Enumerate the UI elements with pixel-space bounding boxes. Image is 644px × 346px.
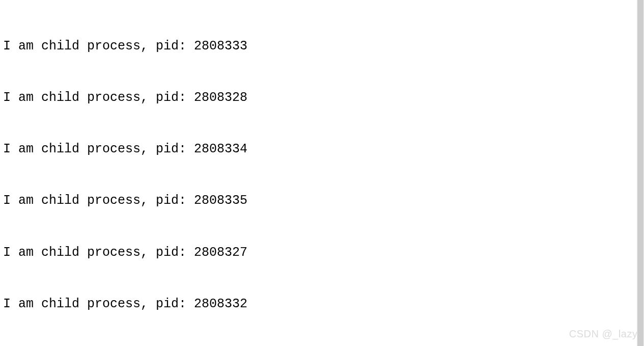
terminal-line: I am child process, pid: 2808332 <box>3 296 641 313</box>
terminal-line: I am child process, pid: 2808328 <box>3 89 641 107</box>
scrollbar[interactable] <box>637 0 644 346</box>
terminal-line: I am child process, pid: 2808327 <box>3 244 641 261</box>
watermark-text: CSDN @_lazy. <box>569 327 640 341</box>
terminal-line: I am child process, pid: 2808334 <box>3 141 641 158</box>
terminal-output: I am child process, pid: 2808333 I am ch… <box>3 3 641 346</box>
scrollbar-thumb[interactable] <box>637 0 643 346</box>
terminal-line: I am child process, pid: 2808333 <box>3 38 641 55</box>
terminal-line: I am child process, pid: 2808335 <box>3 192 641 209</box>
